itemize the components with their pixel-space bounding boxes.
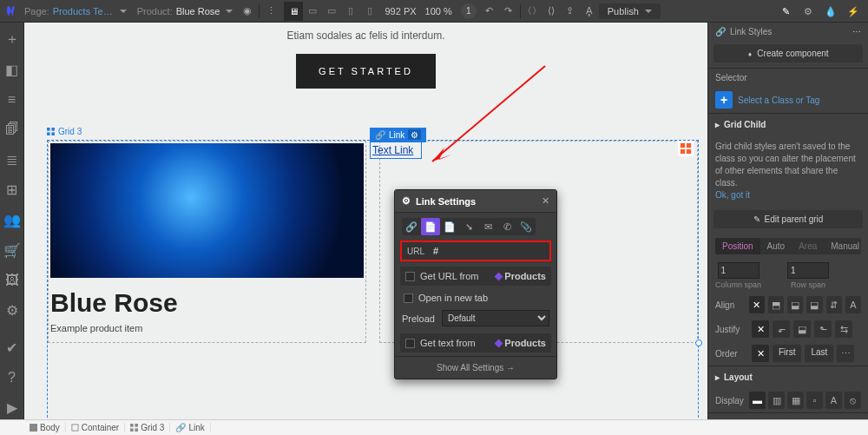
- viewport-mobile-icon[interactable]: ▯: [360, 2, 379, 21]
- align-start-icon[interactable]: ⬒: [768, 296, 784, 313]
- brush-icon[interactable]: ✎: [774, 0, 797, 23]
- open-new-tab-row[interactable]: Open in new tab: [395, 289, 556, 306]
- create-component-button[interactable]: ⬧Create component: [713, 44, 863, 63]
- position-position[interactable]: Position: [715, 238, 760, 254]
- link-type-phone-icon[interactable]: ✆: [497, 218, 516, 235]
- export-icon[interactable]: ⇪: [561, 0, 580, 23]
- display-inline-icon[interactable]: A: [825, 392, 842, 409]
- spacing-heading[interactable]: ▸ Spacing: [708, 413, 868, 419]
- undo-icon[interactable]: ↶: [480, 0, 499, 23]
- brackets-icon[interactable]: 〈〉: [523, 0, 542, 23]
- display-none-icon[interactable]: ⦸: [845, 392, 861, 409]
- error-badge-icon[interactable]: [678, 141, 694, 156]
- url-input[interactable]: [433, 246, 537, 256]
- align-none-icon[interactable]: ✕: [749, 296, 765, 313]
- viewport-tablet-h-icon[interactable]: ▭: [322, 2, 341, 21]
- get-text-from-row[interactable]: Get text from Products: [400, 333, 551, 353]
- order-more-icon[interactable]: ⋯: [837, 345, 854, 362]
- order-first-button[interactable]: First: [773, 345, 801, 362]
- position-area[interactable]: Area: [792, 238, 824, 254]
- selector-input[interactable]: Select a Class or Tag: [738, 96, 819, 105]
- cart-icon[interactable]: 🛒: [0, 239, 24, 262]
- ecommerce-icon[interactable]: ⊞: [0, 178, 24, 201]
- justify-start-icon[interactable]: ⬐: [773, 320, 790, 338]
- product-selector[interactable]: Blue Rose: [176, 6, 220, 16]
- new-tab-checkbox[interactable]: [404, 293, 413, 303]
- get-text-checkbox[interactable]: [405, 339, 415, 348]
- align-baseline-icon[interactable]: A: [845, 296, 861, 313]
- cta-button[interactable]: GET STARTED: [296, 54, 436, 89]
- webflow-logo-icon[interactable]: [0, 0, 19, 23]
- top-toolbar: Page: Products Tem… Product: Blue Rose ◉…: [0, 0, 868, 23]
- align-end-icon[interactable]: ⬓: [806, 296, 822, 313]
- close-icon[interactable]: ✕: [542, 195, 549, 207]
- get-url-checkbox[interactable]: [405, 272, 415, 281]
- breadcrumb-grid[interactable]: Grid 3: [125, 423, 170, 432]
- cube-icon[interactable]: ◧: [0, 58, 24, 82]
- publish-button[interactable]: Publish: [599, 3, 661, 19]
- justify-stretch-icon[interactable]: ⇆: [835, 320, 852, 338]
- breadcrumb-link[interactable]: 🔗Link: [170, 423, 210, 432]
- order-none-icon[interactable]: ✕: [752, 345, 769, 362]
- more-icon[interactable]: ⋯: [852, 27, 861, 36]
- video-icon[interactable]: ▶: [0, 396, 24, 419]
- viewport-tablet-icon[interactable]: ▭: [303, 2, 322, 21]
- preview-icon[interactable]: ◉: [238, 0, 257, 23]
- add-class-button[interactable]: +: [715, 91, 733, 109]
- position-auto[interactable]: Auto: [760, 238, 792, 254]
- check-icon[interactable]: ✔: [0, 336, 24, 359]
- help-icon[interactable]: ?: [0, 366, 24, 390]
- align-center-icon[interactable]: ⬓: [787, 296, 803, 313]
- add-icon[interactable]: ＋: [0, 28, 24, 51]
- viewport-desktop-icon[interactable]: 🖥: [284, 2, 303, 21]
- resize-handle[interactable]: [695, 339, 702, 346]
- display-inline-block-icon[interactable]: ▫: [806, 392, 823, 409]
- link-type-file-icon[interactable]: 📄: [440, 218, 459, 235]
- display-grid-icon[interactable]: ▦: [787, 392, 804, 409]
- position-manual[interactable]: Manual: [824, 238, 861, 254]
- breadcrumb-container[interactable]: Container: [66, 423, 125, 432]
- link-type-page-icon[interactable]: 📄: [421, 218, 440, 235]
- cms-icon[interactable]: ≣: [0, 148, 24, 172]
- layout-heading[interactable]: ▸ Layout: [708, 366, 868, 388]
- grid-child-heading[interactable]: ▸ Grid Child: [708, 114, 868, 135]
- audit-icon[interactable]: Ḁ: [580, 0, 599, 23]
- more-icon[interactable]: ⋮: [261, 0, 280, 23]
- link-type-section-icon[interactable]: ➘: [459, 218, 478, 235]
- selected-text-link[interactable]: Text Link: [370, 140, 422, 159]
- get-url-from-row[interactable]: Get URL from Products: [400, 267, 551, 286]
- link-type-attach-icon[interactable]: 📎: [516, 218, 536, 235]
- align-stretch-icon[interactable]: ⇵: [826, 296, 842, 313]
- interactions-icon[interactable]: ⚡: [842, 0, 865, 23]
- viewport-mobile-l-icon[interactable]: ▯: [341, 2, 360, 21]
- show-all-settings[interactable]: Show All Settings →: [395, 356, 556, 379]
- breadcrumb-body[interactable]: Body: [24, 423, 66, 432]
- droplet-icon[interactable]: 💧: [819, 0, 842, 23]
- preload-select[interactable]: Default: [442, 310, 549, 326]
- display-flex-icon[interactable]: ▥: [768, 392, 785, 409]
- display-block-icon[interactable]: ▬: [749, 392, 766, 409]
- edit-parent-grid-button[interactable]: ✎Edit parent grid: [713, 210, 863, 228]
- ok-got-it-link[interactable]: Ok, got it: [715, 190, 750, 200]
- order-last-button[interactable]: Last: [805, 345, 833, 362]
- settings-icon[interactable]: ⚙: [0, 299, 24, 322]
- row-span-input[interactable]: [787, 262, 829, 279]
- assets-icon[interactable]: 🖼: [0, 269, 24, 293]
- text-link-anchor[interactable]: Text Link: [372, 144, 413, 156]
- link-type-email-icon[interactable]: ✉: [478, 218, 497, 235]
- column-span-input[interactable]: [718, 262, 760, 279]
- code-icon[interactable]: ⟨⟩: [542, 0, 561, 23]
- justify-center-icon[interactable]: ⬓: [793, 320, 811, 338]
- settings-gear-icon[interactable]: ⚙: [797, 0, 819, 23]
- users-icon[interactable]: 👥: [0, 208, 24, 232]
- navigator-icon[interactable]: ≡: [0, 88, 24, 111]
- justify-end-icon[interactable]: ⬑: [814, 320, 832, 338]
- justify-none-icon[interactable]: ✕: [752, 320, 769, 338]
- link-type-url-icon[interactable]: 🔗: [402, 218, 421, 235]
- canvas-area[interactable]: Etiam sodales ac felis id interdum. GET …: [24, 23, 707, 419]
- page-selector[interactable]: Products Tem…: [53, 6, 114, 16]
- grid-element-label[interactable]: Grid 3: [47, 127, 82, 136]
- redo-icon[interactable]: ↷: [499, 0, 518, 23]
- changes-badge[interactable]: 1: [461, 3, 477, 19]
- pages-icon[interactable]: 🗐: [0, 118, 24, 142]
